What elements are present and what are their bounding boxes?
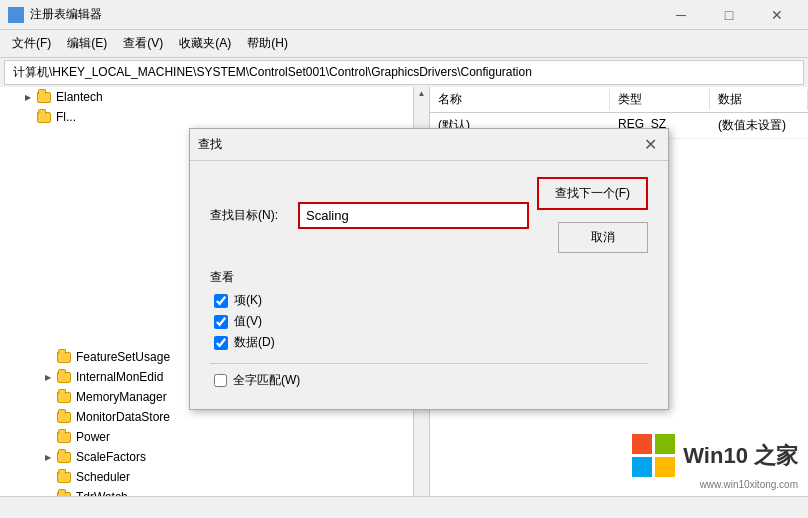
- find-next-button[interactable]: 查找下一个(F): [537, 177, 648, 210]
- checkbox-shuju-label: 数据(D): [234, 334, 275, 351]
- dialog-body: 查找目标(N): 查找下一个(F) 取消 查看 项(K) 值(V): [190, 161, 668, 409]
- checkbox-row-shuju: 数据(D): [210, 334, 648, 351]
- full-match-label: 全字匹配(W): [233, 372, 300, 389]
- checkbox-row-xiang: 项(K): [210, 292, 648, 309]
- dialog-buttons: 查找下一个(F) 取消: [537, 177, 648, 253]
- checkbox-xiang[interactable]: [214, 294, 228, 308]
- find-target-row: 查找目标(N): 查找下一个(F) 取消: [210, 177, 648, 253]
- checkbox-zhi[interactable]: [214, 315, 228, 329]
- dialog-overlay: 查找 ✕ 查找目标(N): 查找下一个(F) 取消 查看: [0, 0, 808, 518]
- divider: [210, 363, 648, 364]
- cancel-button[interactable]: 取消: [558, 222, 648, 253]
- find-dialog: 查找 ✕ 查找目标(N): 查找下一个(F) 取消 查看: [189, 128, 669, 410]
- look-in-section: 查看 项(K) 值(V) 数据(D): [210, 269, 648, 351]
- find-input[interactable]: [298, 202, 529, 229]
- checkbox-row-zhi: 值(V): [210, 313, 648, 330]
- find-target-label: 查找目标(N):: [210, 207, 290, 224]
- dialog-close-button[interactable]: ✕: [640, 135, 660, 155]
- find-input-wrapper: [298, 202, 529, 229]
- checkbox-zhi-label: 值(V): [234, 313, 262, 330]
- full-match-row: 全字匹配(W): [210, 372, 648, 389]
- look-in-label: 查看: [210, 269, 648, 286]
- full-match-checkbox[interactable]: [214, 374, 227, 387]
- checkbox-shuju[interactable]: [214, 336, 228, 350]
- dialog-title: 查找: [198, 136, 222, 153]
- dialog-title-bar: 查找 ✕: [190, 129, 668, 161]
- checkbox-xiang-label: 项(K): [234, 292, 262, 309]
